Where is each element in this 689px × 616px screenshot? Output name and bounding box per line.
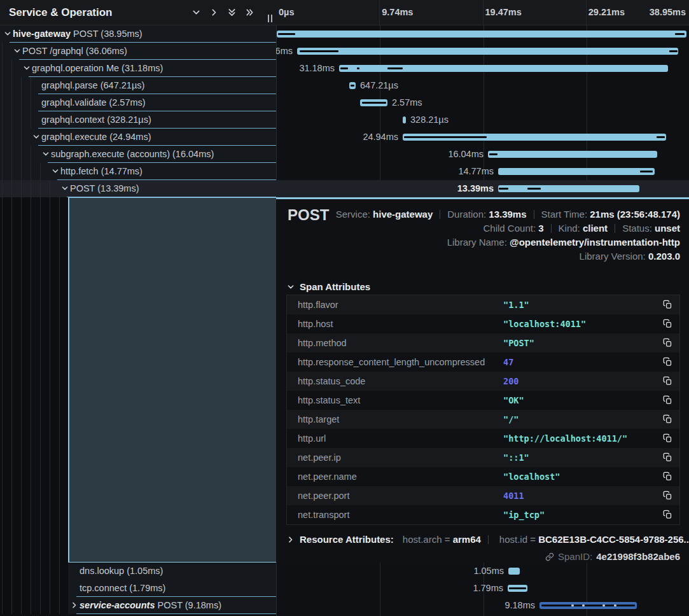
overview-field-value: 13.39ms [489,209,526,220]
copy-icon[interactable] [663,395,672,405]
timeline-cell[interactable]: 1.05ms [276,563,689,580]
timeline-cell[interactable] [276,25,689,43]
attribute-row: http.status_code200 [287,372,679,391]
span-row[interactable]: service-accounts POST (9.18ms)9.18ms [0,597,689,614]
span-attributes-section-header[interactable]: Span Attributes [287,281,370,292]
collapse-caret-icon[interactable] [23,64,31,72]
collapse-caret-icon[interactable] [4,30,11,38]
chevron-down-icon[interactable] [191,8,201,17]
attribute-value: "POST" [503,333,534,353]
copy-icon[interactable] [663,357,672,367]
span-name-cell[interactable]: graphql.validate (2.57ms) [0,94,276,111]
chevron-right-icon[interactable] [209,8,219,17]
timeline-cell[interactable]: 36.06ms [276,43,689,60]
collapse-caret-icon[interactable] [61,185,69,192]
indent-guide [31,563,31,580]
span-row[interactable]: http.fetch (14.77ms)14.77ms [0,163,689,180]
span-duration-bar[interactable] [539,602,637,609]
copy-icon[interactable] [663,472,672,481]
resource-key: host.arch [403,534,442,545]
span-duration-bar[interactable] [277,31,686,38]
resource-attributes-row[interactable]: Resource Attributes: host.arch = arm64ho… [287,534,689,545]
span-row[interactable]: tcp.connect (1.79ms)1.79ms [0,580,689,597]
span-detail-panel: POST Service: hive-gatewayDuration: 13.3… [276,197,689,563]
copy-icon[interactable] [663,510,672,519]
timeline-cell[interactable]: 328.21µs [276,111,689,129]
collapse-caret-icon[interactable] [32,133,40,141]
link-icon[interactable] [545,552,554,561]
collapse-caret-icon[interactable] [13,47,21,55]
span-row[interactable]: graphql.execute (24.94ms)24.94ms [0,129,689,146]
copy-icon[interactable] [663,319,672,328]
copy-icon[interactable] [663,376,672,386]
span-duration-bar[interactable] [488,151,657,158]
collapse-caret-icon[interactable] [42,150,50,158]
indent-guide [59,563,60,580]
span-name-cell[interactable]: graphql.operation Me (31.18ms) [0,60,276,77]
span-name-cell[interactable]: tcp.connect (1.79ms) [0,580,276,597]
span-duration-bar[interactable] [403,116,406,123]
timeline-cell[interactable]: 13.39ms [276,180,689,197]
child-span-marker [340,67,348,69]
copy-icon[interactable] [663,338,672,347]
span-name-cell[interactable]: hive-gateway POST (38.95ms) [0,25,276,43]
span-name-cell[interactable]: subgraph.execute (accounts) (16.04ms) [0,146,276,163]
span-duration-bar[interactable] [498,168,655,175]
timeline-cell[interactable]: 14.77ms [276,163,689,180]
timeline-cell[interactable]: 24.94ms [276,129,689,146]
span-duration-bar[interactable] [498,185,639,192]
indent-guide [40,180,41,197]
span-name-cell[interactable]: graphql.execute (24.94ms) [0,129,276,146]
row-underline [38,128,276,129]
span-row[interactable]: hive-gateway POST (38.95ms) [0,25,689,43]
span-name-cell[interactable]: http.fetch (14.77ms) [0,163,276,180]
span-name-cell[interactable]: dns.lookup (1.05ms) [0,563,276,580]
indent-guide [2,94,3,111]
span-duration-bar[interactable] [403,134,666,141]
copy-icon[interactable] [663,414,672,424]
grid-line [379,0,380,25]
span-row[interactable]: dns.lookup (1.05ms)1.05ms [0,563,689,580]
span-duration-bar[interactable] [349,82,356,89]
copy-icon[interactable] [663,452,672,462]
panel-resize-handle-icon[interactable] [268,15,272,22]
span-row[interactable]: graphql.context (328.21µs)328.21µs [0,111,689,129]
span-row[interactable]: POST /graphql (36.06ms)36.06ms [0,43,689,60]
timeline-cell[interactable]: 647.21µs [276,77,689,94]
child-span-marker [404,136,487,138]
span-row[interactable]: graphql.operation Me (31.18ms)31.18ms [0,60,689,77]
operation-name: graphql.operation Me (31.18ms) [32,63,163,73]
span-duration-bar[interactable] [339,65,668,72]
double-chevron-down-icon[interactable] [227,8,237,17]
child-span-marker [362,102,386,104]
span-row[interactable]: graphql.parse (647.21µs)647.21µs [0,77,689,94]
timeline-tick-label: 9.74ms [382,7,413,17]
span-name-cell[interactable]: service-accounts POST (9.18ms) [0,597,276,614]
child-span-marker [499,188,508,190]
span-name-cell[interactable]: POST (13.39ms) [0,180,276,197]
copy-icon[interactable] [663,433,672,443]
span-name-cell[interactable]: graphql.context (328.21µs) [0,111,276,129]
copy-icon[interactable] [663,300,672,309]
separator [615,224,615,233]
expand-caret-icon[interactable] [71,601,78,609]
span-duration-bar[interactable] [508,568,520,575]
attribute-key: http.method [298,333,347,353]
span-name-cell[interactable]: POST /graphql (36.06ms) [0,43,276,60]
indent-guide [40,597,41,614]
copy-icon[interactable] [663,491,672,500]
double-chevron-right-icon[interactable] [245,8,254,17]
span-duration-bar[interactable] [508,585,527,592]
timeline-cell[interactable]: 16.04ms [276,146,689,163]
span-name-cell[interactable]: graphql.parse (647.21µs) [0,77,276,94]
collapse-caret-icon[interactable] [52,167,59,175]
span-row[interactable]: POST (13.39ms)13.39ms [0,180,689,197]
timeline-cell[interactable]: 31.18ms [276,60,689,77]
span-row[interactable]: graphql.validate (2.57ms)2.57ms [0,94,689,111]
span-duration-bar[interactable] [360,99,387,106]
timeline-cell[interactable]: 2.57ms [276,94,689,111]
timeline-cell[interactable]: 1.79ms [276,580,689,597]
span-duration-bar[interactable] [297,48,678,55]
timeline-cell[interactable]: 9.18ms [276,597,689,614]
span-row[interactable]: subgraph.execute (accounts) (16.04ms)16.… [0,146,689,163]
